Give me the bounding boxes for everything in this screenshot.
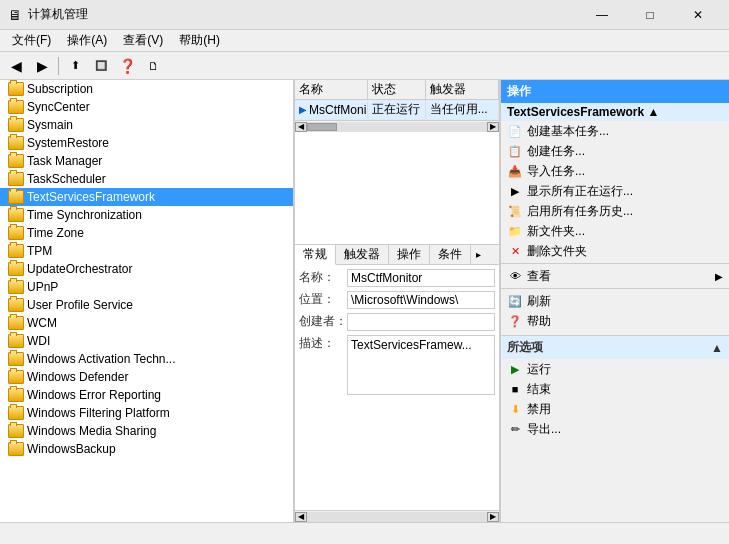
forward-button[interactable]: ▶ xyxy=(30,55,54,77)
tab-general[interactable]: 常规 xyxy=(295,245,336,265)
desc-label: 描述： xyxy=(299,335,347,352)
action-import[interactable]: 📥 导入任务... xyxy=(501,161,729,181)
export-button[interactable]: 🗋 xyxy=(141,55,165,77)
tree-item-label: TaskScheduler xyxy=(27,172,106,186)
detail-scroll-left[interactable]: ◀ xyxy=(295,512,307,522)
detail-scroll-right[interactable]: ▶ xyxy=(487,512,499,522)
menu-bar: 文件(F) 操作(A) 查看(V) 帮助(H) xyxy=(0,30,729,52)
cell-status: 正在运行 xyxy=(368,100,425,119)
scroll-right-arrow[interactable]: ▶ xyxy=(487,122,499,132)
run-icon: ▶ xyxy=(507,361,523,377)
folder-icon xyxy=(8,118,24,132)
tree-item[interactable]: Sysmain xyxy=(0,116,293,134)
folder-icon xyxy=(8,154,24,168)
tree-pane-wrapper: SubscriptionSyncCenterSysmainSystemResto… xyxy=(0,80,295,522)
section2-title: 所选项 ▲ xyxy=(501,335,729,359)
close-button[interactable]: ✕ xyxy=(675,0,721,30)
action-disable[interactable]: ⬇ 禁用 xyxy=(501,399,729,419)
divider-2 xyxy=(501,288,729,289)
help-button[interactable]: ❓ xyxy=(115,55,139,77)
create-task-icon: 📋 xyxy=(507,143,523,159)
menu-action[interactable]: 操作(A) xyxy=(59,30,115,51)
action-end[interactable]: ■ 结束 xyxy=(501,379,729,399)
view-button[interactable]: 🔲 xyxy=(89,55,113,77)
app-icon: 🖥 xyxy=(8,7,22,23)
action-create-basic[interactable]: 📄 创建基本任务... xyxy=(501,121,729,141)
tree-item[interactable]: WindowsBackup xyxy=(0,440,293,458)
action-help[interactable]: ❓ 帮助 xyxy=(501,311,729,331)
location-label: 位置： xyxy=(299,291,347,309)
action-new-folder[interactable]: 📁 新文件夹... xyxy=(501,221,729,241)
tree-item[interactable]: Windows Filtering Platform xyxy=(0,404,293,422)
tree-item[interactable]: User Profile Service xyxy=(0,296,293,314)
action-view[interactable]: 👁 查看 ▶ xyxy=(501,266,729,286)
tree-item[interactable]: WCM xyxy=(0,314,293,332)
tree-item[interactable]: Task Manager xyxy=(0,152,293,170)
table-row[interactable]: ▶ MsCtfMoni... 正在运行 当任何用... xyxy=(295,100,499,120)
menu-help[interactable]: 帮助(H) xyxy=(171,30,228,51)
tree-item[interactable]: Time Zone xyxy=(0,224,293,242)
detail-horizontal-scrollbar[interactable]: ◀ ▶ xyxy=(295,510,499,522)
col-trigger[interactable]: 触发器 xyxy=(426,80,499,99)
tree-item[interactable]: Windows Activation Techn... xyxy=(0,350,293,368)
tree-item[interactable]: SystemRestore xyxy=(0,134,293,152)
action-show-running[interactable]: ▶ 显示所有正在运行... xyxy=(501,181,729,201)
tree-item[interactable]: Windows Error Reporting xyxy=(0,386,293,404)
folder-icon xyxy=(8,136,24,150)
tab-triggers[interactable]: 触发器 xyxy=(336,245,389,264)
horizontal-scrollbar[interactable]: ◀ ▶ xyxy=(295,120,499,132)
detail-scroll-track xyxy=(307,512,487,522)
tree-item-label: Windows Filtering Platform xyxy=(27,406,170,420)
detail-name-row: 名称： MsCtfMonitor xyxy=(299,269,495,287)
folder-icon xyxy=(8,316,24,330)
tree-item[interactable]: Windows Media Sharing xyxy=(0,422,293,440)
tree-item[interactable]: SyncCenter xyxy=(0,98,293,116)
main-area: SubscriptionSyncCenterSysmainSystemResto… xyxy=(0,80,729,522)
tab-actions[interactable]: 操作 xyxy=(389,245,430,264)
action-export[interactable]: ✏ 导出... xyxy=(501,419,729,439)
folder-icon xyxy=(8,442,24,456)
selected-framework-item[interactable]: TextServicesFramework ▲ xyxy=(501,103,729,121)
tab-conditions[interactable]: 条件 xyxy=(430,245,471,264)
location-value: \Microsoft\Windows\ xyxy=(347,291,495,309)
tree-item-label: Task Manager xyxy=(27,154,102,168)
tree-item[interactable]: TPM xyxy=(0,242,293,260)
maximize-button[interactable]: □ xyxy=(627,0,673,30)
tree-pane: SubscriptionSyncCenterSysmainSystemResto… xyxy=(0,80,294,522)
section2-collapse-icon[interactable]: ▲ xyxy=(711,341,723,355)
col-status[interactable]: 状态 xyxy=(368,80,425,99)
tree-item[interactable]: Windows Defender xyxy=(0,368,293,386)
up-button[interactable]: ⬆ xyxy=(63,55,87,77)
show-running-icon: ▶ xyxy=(507,183,523,199)
tree-item[interactable]: TextServicesFramework xyxy=(0,188,293,206)
tab-more[interactable]: ▸ xyxy=(471,245,485,264)
tree-item[interactable]: Subscription xyxy=(0,80,293,98)
detail-content: 名称： MsCtfMonitor 位置： \Microsoft\Windows\… xyxy=(295,265,499,510)
col-name[interactable]: 名称 xyxy=(295,80,368,99)
scroll-left-arrow[interactable]: ◀ xyxy=(295,122,307,132)
menu-view[interactable]: 查看(V) xyxy=(115,30,171,51)
folder-icon xyxy=(8,262,24,276)
tab-bar: 常规 触发器 操作 条件 ▸ xyxy=(295,245,499,265)
back-button[interactable]: ◀ xyxy=(4,55,28,77)
tree-item[interactable]: UPnP xyxy=(0,278,293,296)
action-run[interactable]: ▶ 运行 xyxy=(501,359,729,379)
tree-item[interactable]: WDI xyxy=(0,332,293,350)
tree-item-label: Time Zone xyxy=(27,226,84,240)
action-refresh[interactable]: 🔄 刷新 xyxy=(501,291,729,311)
tree-item-label: SystemRestore xyxy=(27,136,109,150)
folder-icon xyxy=(8,208,24,222)
history-icon: 📜 xyxy=(507,203,523,219)
action-enable-history[interactable]: 📜 启用所有任务历史... xyxy=(501,201,729,221)
action-delete-folder[interactable]: ✕ 删除文件夹 xyxy=(501,241,729,261)
tree-item[interactable]: Time Synchronization xyxy=(0,206,293,224)
tree-item[interactable]: TaskScheduler xyxy=(0,170,293,188)
author-value xyxy=(347,313,495,331)
action-create-task[interactable]: 📋 创建任务... xyxy=(501,141,729,161)
tree-item-label: Time Synchronization xyxy=(27,208,142,222)
tree-item[interactable]: UpdateOrchestrator xyxy=(0,260,293,278)
menu-file[interactable]: 文件(F) xyxy=(4,30,59,51)
tree-item-label: Subscription xyxy=(27,82,93,96)
help-icon: ❓ xyxy=(507,313,523,329)
minimize-button[interactable]: — xyxy=(579,0,625,30)
